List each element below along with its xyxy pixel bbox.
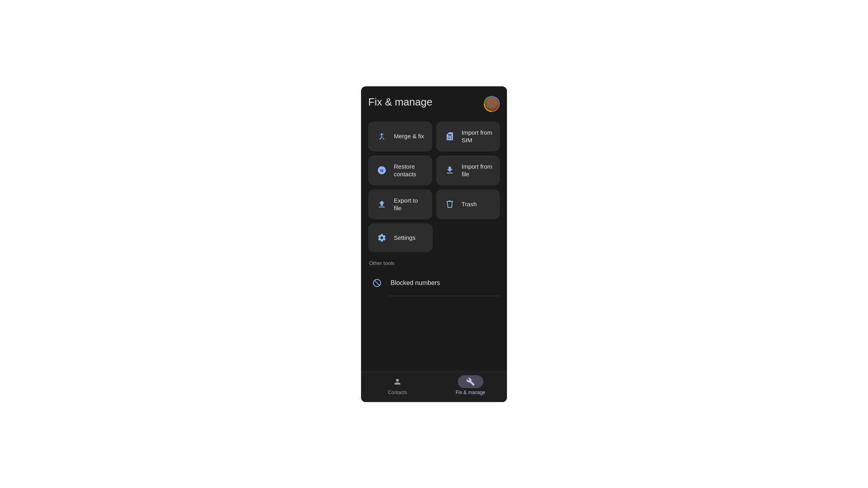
fix-manage-nav-icon xyxy=(458,375,483,388)
bottom-nav: Contacts Fix & manage xyxy=(361,371,507,402)
blocked-numbers-item[interactable]: Blocked numbers xyxy=(368,270,500,296)
import-sim-button[interactable]: Import from SIM xyxy=(436,122,500,151)
restore-icon xyxy=(375,163,389,177)
other-tools-label: Other tools xyxy=(368,260,500,266)
other-tools-section: Other tools Blocked numbers xyxy=(368,260,500,296)
merge-icon xyxy=(375,129,389,143)
content-area: Fix & manage Merge & fix xyxy=(361,86,507,371)
trash-label: Trash xyxy=(462,200,477,208)
export-file-label: Export to file xyxy=(394,197,426,212)
avatar-inner xyxy=(485,97,499,111)
blocked-numbers-label: Blocked numbers xyxy=(391,279,440,287)
export-icon xyxy=(375,197,389,211)
sim-icon xyxy=(443,129,457,143)
import-sim-label: Import from SIM xyxy=(462,129,494,144)
block-icon xyxy=(370,276,384,290)
merge-fix-label: Merge & fix xyxy=(394,132,424,140)
settings-button[interactable]: Settings xyxy=(368,223,433,252)
settings-icon xyxy=(375,231,389,245)
export-file-button[interactable]: Export to file xyxy=(368,189,432,219)
import-file-label: Import from file xyxy=(462,163,494,178)
import-icon xyxy=(443,163,457,177)
import-file-button[interactable]: Import from file xyxy=(436,155,500,185)
nav-contacts[interactable]: Contacts xyxy=(361,375,434,395)
page-title: Fix & manage xyxy=(368,96,432,108)
phone-container: Fix & manage Merge & fix xyxy=(361,86,507,402)
divider xyxy=(389,296,500,296)
contacts-nav-icon xyxy=(385,375,410,388)
settings-label: Settings xyxy=(394,234,415,242)
merge-fix-button[interactable]: Merge & fix xyxy=(368,122,432,151)
header-row: Fix & manage xyxy=(368,96,500,112)
restore-contacts-button[interactable]: Restore contacts xyxy=(368,155,432,185)
contacts-nav-label: Contacts xyxy=(388,390,407,395)
trash-icon xyxy=(443,197,457,211)
avatar-face xyxy=(485,97,499,111)
main-grid: Merge & fix Import from SIM xyxy=(368,122,500,219)
trash-button[interactable]: Trash xyxy=(436,189,500,219)
nav-fix-manage[interactable]: Fix & manage xyxy=(434,375,507,395)
fix-manage-nav-label: Fix & manage xyxy=(456,390,485,395)
restore-contacts-label: Restore contacts xyxy=(394,163,426,178)
avatar[interactable] xyxy=(484,96,500,112)
